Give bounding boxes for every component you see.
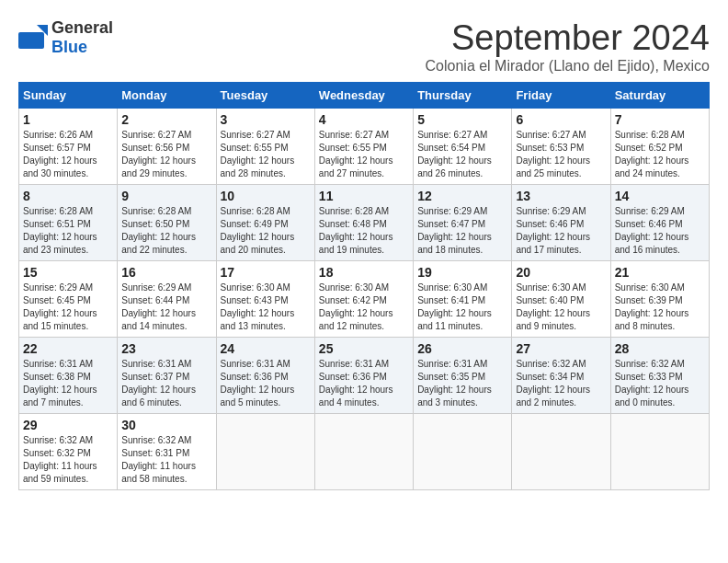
- logo-general: General: [51, 18, 113, 37]
- day-info: Sunrise: 6:31 AMSunset: 6:37 PMDaylight:…: [121, 358, 211, 409]
- calendar-week-4: 22Sunrise: 6:31 AMSunset: 6:38 PMDayligh…: [19, 338, 710, 414]
- calendar-cell: 18Sunrise: 6:30 AMSunset: 6:42 PMDayligh…: [314, 261, 413, 338]
- calendar-cell: 22Sunrise: 6:31 AMSunset: 6:38 PMDayligh…: [19, 338, 118, 414]
- calendar-cell: 6Sunrise: 6:27 AMSunset: 6:53 PMDaylight…: [512, 109, 610, 185]
- header-wednesday: Wednesday: [314, 83, 413, 109]
- day-number: 1: [23, 112, 113, 127]
- day-info: Sunrise: 6:31 AMSunset: 6:35 PMDaylight:…: [417, 358, 507, 409]
- calendar-week-3: 15Sunrise: 6:29 AMSunset: 6:45 PMDayligh…: [19, 261, 710, 338]
- calendar-cell: 28Sunrise: 6:32 AMSunset: 6:33 PMDayligh…: [610, 338, 709, 414]
- day-number: 16: [121, 265, 211, 280]
- day-number: 9: [121, 189, 211, 203]
- day-info: Sunrise: 6:27 AMSunset: 6:54 PMDaylight:…: [417, 129, 507, 180]
- calendar-cell: 21Sunrise: 6:30 AMSunset: 6:39 PMDayligh…: [610, 261, 709, 338]
- calendar-cell: 24Sunrise: 6:31 AMSunset: 6:36 PMDayligh…: [216, 338, 314, 414]
- month-title: September 2024: [426, 18, 710, 58]
- calendar-cell: 10Sunrise: 6:28 AMSunset: 6:49 PMDayligh…: [216, 185, 314, 261]
- day-info: Sunrise: 6:31 AMSunset: 6:38 PMDaylight:…: [23, 358, 113, 409]
- calendar-cell: [610, 414, 709, 490]
- calendar-cell: 2Sunrise: 6:27 AMSunset: 6:56 PMDaylight…: [118, 109, 216, 185]
- day-info: Sunrise: 6:30 AMSunset: 6:43 PMDaylight:…: [221, 282, 311, 333]
- calendar-cell: 30Sunrise: 6:32 AMSunset: 6:31 PMDayligh…: [118, 414, 216, 490]
- day-number: 29: [23, 418, 113, 432]
- day-info: Sunrise: 6:28 AMSunset: 6:48 PMDaylight:…: [319, 205, 409, 257]
- calendar-cell: 12Sunrise: 6:29 AMSunset: 6:47 PMDayligh…: [414, 185, 512, 261]
- day-info: Sunrise: 6:29 AMSunset: 6:44 PMDaylight:…: [121, 282, 211, 333]
- day-number: 7: [615, 112, 705, 127]
- calendar-cell: 14Sunrise: 6:29 AMSunset: 6:46 PMDayligh…: [610, 185, 709, 261]
- calendar-cell: 8Sunrise: 6:28 AMSunset: 6:51 PMDaylight…: [19, 185, 118, 261]
- calendar-cell: 23Sunrise: 6:31 AMSunset: 6:37 PMDayligh…: [118, 338, 216, 414]
- calendar-cell: [216, 414, 314, 490]
- day-number: 5: [417, 112, 507, 127]
- calendar-cell: 17Sunrise: 6:30 AMSunset: 6:43 PMDayligh…: [216, 261, 314, 338]
- day-number: 25: [319, 341, 409, 356]
- calendar-week-2: 8Sunrise: 6:28 AMSunset: 6:51 PMDaylight…: [19, 185, 710, 261]
- header-saturday: Saturday: [610, 83, 709, 109]
- calendar-cell: [314, 414, 413, 490]
- day-info: Sunrise: 6:27 AMSunset: 6:56 PMDaylight:…: [121, 129, 211, 180]
- calendar-cell: 13Sunrise: 6:29 AMSunset: 6:46 PMDayligh…: [512, 185, 610, 261]
- calendar-cell: [512, 414, 610, 490]
- calendar-cell: 29Sunrise: 6:32 AMSunset: 6:32 PMDayligh…: [19, 414, 118, 490]
- calendar-cell: 16Sunrise: 6:29 AMSunset: 6:44 PMDayligh…: [118, 261, 216, 338]
- logo-icon: [18, 25, 48, 51]
- calendar-header-row: Sunday Monday Tuesday Wednesday Thursday…: [19, 83, 710, 109]
- calendar-cell: 5Sunrise: 6:27 AMSunset: 6:54 PMDaylight…: [414, 109, 512, 185]
- day-number: 27: [516, 341, 606, 356]
- day-info: Sunrise: 6:29 AMSunset: 6:46 PMDaylight:…: [615, 205, 705, 257]
- header-tuesday: Tuesday: [216, 83, 314, 109]
- day-info: Sunrise: 6:29 AMSunset: 6:46 PMDaylight:…: [516, 205, 606, 257]
- day-number: 18: [319, 265, 409, 280]
- header-monday: Monday: [118, 83, 216, 109]
- day-number: 11: [319, 189, 409, 203]
- day-info: Sunrise: 6:27 AMSunset: 6:55 PMDaylight:…: [221, 129, 311, 180]
- day-info: Sunrise: 6:28 AMSunset: 6:52 PMDaylight:…: [615, 129, 705, 180]
- calendar-cell: 1Sunrise: 6:26 AMSunset: 6:57 PMDaylight…: [19, 109, 118, 185]
- day-info: Sunrise: 6:27 AMSunset: 6:55 PMDaylight:…: [319, 129, 409, 180]
- day-info: Sunrise: 6:32 AMSunset: 6:31 PMDaylight:…: [121, 434, 211, 486]
- day-info: Sunrise: 6:29 AMSunset: 6:45 PMDaylight:…: [23, 282, 113, 333]
- day-number: 22: [23, 341, 113, 356]
- day-number: 13: [516, 189, 606, 203]
- header-sunday: Sunday: [19, 83, 118, 109]
- calendar-cell: 4Sunrise: 6:27 AMSunset: 6:55 PMDaylight…: [314, 109, 413, 185]
- calendar-cell: 19Sunrise: 6:30 AMSunset: 6:41 PMDayligh…: [414, 261, 512, 338]
- day-info: Sunrise: 6:28 AMSunset: 6:50 PMDaylight:…: [121, 205, 211, 257]
- day-number: 10: [221, 189, 311, 203]
- calendar-week-5: 29Sunrise: 6:32 AMSunset: 6:32 PMDayligh…: [19, 414, 710, 490]
- day-number: 17: [221, 265, 311, 280]
- day-info: Sunrise: 6:28 AMSunset: 6:51 PMDaylight:…: [23, 205, 113, 257]
- page-header: General Blue September 2024 Colonia el M…: [18, 18, 710, 75]
- day-number: 15: [23, 265, 113, 280]
- day-info: Sunrise: 6:31 AMSunset: 6:36 PMDaylight:…: [319, 358, 409, 409]
- logo: General Blue: [18, 18, 113, 57]
- day-number: 23: [121, 341, 211, 356]
- day-number: 24: [221, 341, 311, 356]
- day-info: Sunrise: 6:30 AMSunset: 6:42 PMDaylight:…: [319, 282, 409, 333]
- day-number: 6: [516, 112, 606, 127]
- calendar-cell: 26Sunrise: 6:31 AMSunset: 6:35 PMDayligh…: [414, 338, 512, 414]
- calendar-week-1: 1Sunrise: 6:26 AMSunset: 6:57 PMDaylight…: [19, 109, 710, 185]
- calendar-table: Sunday Monday Tuesday Wednesday Thursday…: [18, 82, 710, 490]
- title-area: September 2024 Colonia el Mirador (Llano…: [426, 18, 710, 75]
- day-info: Sunrise: 6:29 AMSunset: 6:47 PMDaylight:…: [417, 205, 507, 257]
- day-number: 12: [417, 189, 507, 203]
- day-info: Sunrise: 6:31 AMSunset: 6:36 PMDaylight:…: [221, 358, 311, 409]
- day-number: 28: [615, 341, 705, 356]
- header-thursday: Thursday: [414, 83, 512, 109]
- calendar-cell: 11Sunrise: 6:28 AMSunset: 6:48 PMDayligh…: [314, 185, 413, 261]
- calendar-cell: 9Sunrise: 6:28 AMSunset: 6:50 PMDaylight…: [118, 185, 216, 261]
- day-number: 3: [221, 112, 311, 127]
- day-number: 30: [121, 418, 211, 432]
- day-number: 2: [121, 112, 211, 127]
- day-number: 26: [417, 341, 507, 356]
- logo-blue: Blue: [51, 38, 87, 56]
- header-friday: Friday: [512, 83, 610, 109]
- calendar-cell: 27Sunrise: 6:32 AMSunset: 6:34 PMDayligh…: [512, 338, 610, 414]
- calendar-cell: 3Sunrise: 6:27 AMSunset: 6:55 PMDaylight…: [216, 109, 314, 185]
- calendar-cell: [414, 414, 512, 490]
- day-number: 4: [319, 112, 409, 127]
- day-info: Sunrise: 6:27 AMSunset: 6:53 PMDaylight:…: [516, 129, 606, 180]
- day-info: Sunrise: 6:32 AMSunset: 6:34 PMDaylight:…: [516, 358, 606, 409]
